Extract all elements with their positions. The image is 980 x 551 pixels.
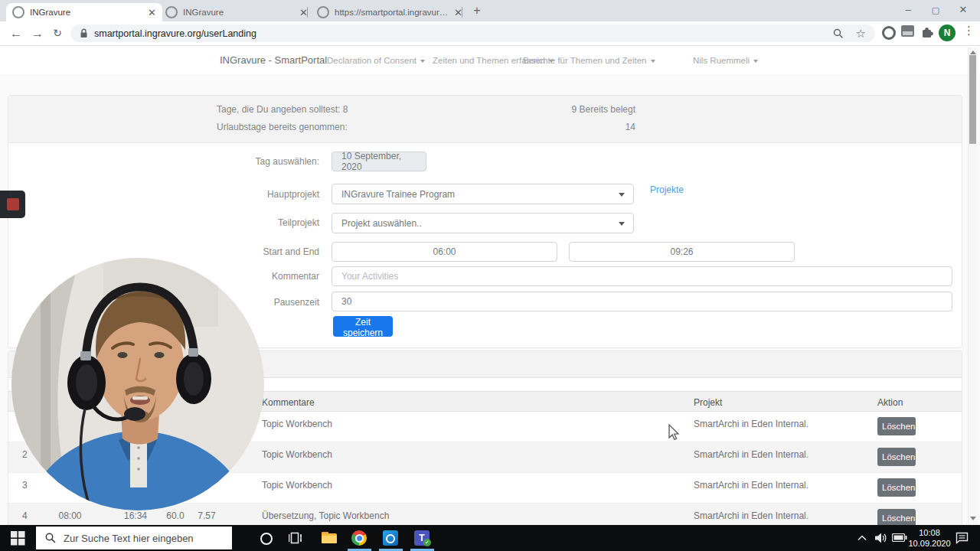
tab-favicon-icon (317, 6, 329, 18)
tab-title: INGravure (30, 8, 142, 17)
vacation-taken-value: 14 (626, 122, 635, 132)
project-cell: SmartArchi in Eden Internal. (694, 449, 808, 460)
nav-label: Berichte für Themen und Zeiten (523, 56, 647, 65)
chevron-down-icon (619, 193, 625, 197)
taskbar-search-input[interactable]: Zur Suche Text hier eingeben (36, 527, 232, 549)
chevron-down-icon (651, 60, 655, 63)
tab-close-icon[interactable]: ✕ (148, 8, 156, 18)
column-header-comment: Kommentare (262, 397, 315, 408)
comment-cell: Topic Workbench (262, 419, 332, 429)
window-minimize-button[interactable]: – (895, 0, 921, 20)
end-time-cell: 16:34 (119, 510, 152, 521)
task-view-icon[interactable] (289, 531, 302, 545)
address-bar[interactable]: smartportal.ingravure.org/userLanding ☆ (70, 24, 875, 42)
extension-image-icon[interactable] (901, 25, 914, 37)
browser-tab-3[interactable]: https://smartportal.ingravure.org ✕ (311, 3, 469, 21)
comment-cell: Topic Workbench (262, 449, 332, 460)
action-center-icon[interactable] (956, 532, 969, 544)
tab-favicon-icon (165, 6, 178, 18)
tab-separator (307, 7, 308, 18)
outlook-icon[interactable] (383, 530, 398, 546)
sub-project-placeholder: Projekt auswählen.. (341, 218, 422, 229)
hours-cell: 7.57 (190, 510, 224, 521)
main-project-value: INGravure Trainee Program (341, 189, 455, 200)
end-time-input[interactable] (569, 242, 795, 262)
extensions-puzzle-icon[interactable] (921, 26, 934, 39)
app-header: INGravure - SmartPortal Declaration of C… (0, 46, 980, 74)
pause-input[interactable] (332, 292, 952, 311)
scrollbar-down-icon[interactable] (970, 517, 976, 520)
profile-avatar[interactable]: N (939, 24, 956, 41)
clock-date: 10.09.2020 (908, 538, 951, 549)
recording-stop-button[interactable] (0, 191, 25, 218)
main-project-select[interactable]: INGravure Trainee Program (332, 184, 634, 204)
vacation-taken-label: Urlaubstage bereits genommen: (217, 122, 348, 132)
scrollbar-thumb[interactable] (969, 55, 976, 144)
new-tab-button[interactable]: + (469, 2, 485, 19)
reload-button[interactable]: ↻ (47, 24, 67, 44)
start-end-label: Start and End (153, 246, 319, 257)
url-text: smartportal.ingravure.org/userLanding (94, 28, 833, 39)
column-header-action: Aktion (877, 397, 903, 408)
webcam-person (11, 258, 264, 510)
extension-circle-icon[interactable] (882, 26, 896, 40)
nav-berichte[interactable]: Berichte für Themen und Zeiten (523, 56, 655, 65)
window-maximize-button[interactable]: ▢ (923, 0, 949, 20)
projects-link[interactable]: Projekte (650, 184, 684, 195)
bookmark-star-icon[interactable]: ☆ (856, 27, 866, 41)
project-cell: SmartArchi in Eden Internal. (694, 510, 808, 521)
start-button[interactable] (11, 531, 25, 546)
teams-icon[interactable]: T ✓ (414, 530, 430, 546)
delete-button[interactable]: Löschen (877, 417, 916, 435)
chevron-down-icon (619, 222, 625, 226)
back-button[interactable]: ← (6, 24, 26, 44)
chrome-active-indicator (348, 549, 371, 551)
start-time-input[interactable] (332, 242, 557, 262)
browser-toolbar: ← → ↻ smartportal.ingravure.org/userLand… (0, 21, 980, 46)
mouse-cursor (666, 423, 680, 443)
taskbar-search-placeholder: Zur Suche Text hier eingeben (64, 533, 194, 544)
delete-button[interactable]: Löschen (877, 448, 916, 466)
forward-button[interactable]: → (28, 24, 47, 44)
project-cell: SmartArchi in Eden Internal. (694, 419, 808, 429)
taskbar-clock[interactable]: 10:08 10.09.2020 (908, 527, 951, 549)
save-time-button[interactable]: Zeit speichern (333, 316, 393, 337)
lock-icon (80, 28, 88, 38)
battery-icon[interactable] (892, 533, 907, 542)
user-menu[interactable]: Nils Ruemmeli (693, 56, 758, 65)
chevron-down-icon (420, 60, 425, 63)
sub-project-select[interactable]: Projekt auswählen.. (332, 213, 634, 233)
chevron-down-icon (753, 60, 758, 63)
screen: INGravure ✕ INGravure ✕ https://smartpor… (0, 0, 980, 551)
cortana-icon[interactable] (260, 533, 273, 545)
tab-separator (462, 7, 462, 18)
browser-tab-2[interactable]: INGravure ✕ (159, 3, 314, 21)
day-select-label: Tag auswählen: (153, 156, 319, 167)
date-picker-field[interactable]: 10 September, 2020 (332, 152, 426, 171)
volume-icon[interactable] (875, 533, 887, 543)
teams-active-indicator (410, 549, 434, 551)
app-brand: INGravure - SmartPortal (220, 54, 327, 66)
tab-favicon-icon (12, 6, 24, 18)
search-icon[interactable] (833, 28, 844, 39)
pause-cell: 60.0 (158, 510, 192, 521)
delete-button[interactable]: Löschen (877, 478, 916, 497)
scrollbar-up-icon[interactable] (970, 51, 976, 54)
browser-menu-icon[interactable]: ⋮ (963, 24, 975, 37)
days-required-label: Tage, die Du angeben solltest: 8 (217, 104, 348, 115)
tab-title: https://smartportal.ingravure.org (335, 8, 449, 17)
browser-tab-strip: INGravure ✕ INGravure ✕ https://smartpor… (0, 0, 980, 21)
stop-square-icon (7, 198, 19, 210)
browser-tab-1[interactable]: INGravure ✕ (6, 3, 162, 21)
user-name: Nils Ruemmeli (693, 56, 750, 65)
tray-chevron-up-icon[interactable] (858, 535, 867, 541)
file-explorer-icon[interactable] (322, 532, 337, 543)
window-close-button[interactable]: ✕ (950, 0, 976, 20)
tab-title: INGravure (183, 8, 294, 17)
nav-declaration-of-consent[interactable]: Declaration of Consent (327, 56, 425, 65)
search-icon (45, 533, 56, 543)
chrome-icon[interactable] (351, 530, 367, 546)
taskbar: Zur Suche Text hier eingeben T ✓ (0, 525, 980, 551)
comment-input[interactable] (332, 266, 952, 286)
webcam-video-overlay (11, 258, 264, 510)
